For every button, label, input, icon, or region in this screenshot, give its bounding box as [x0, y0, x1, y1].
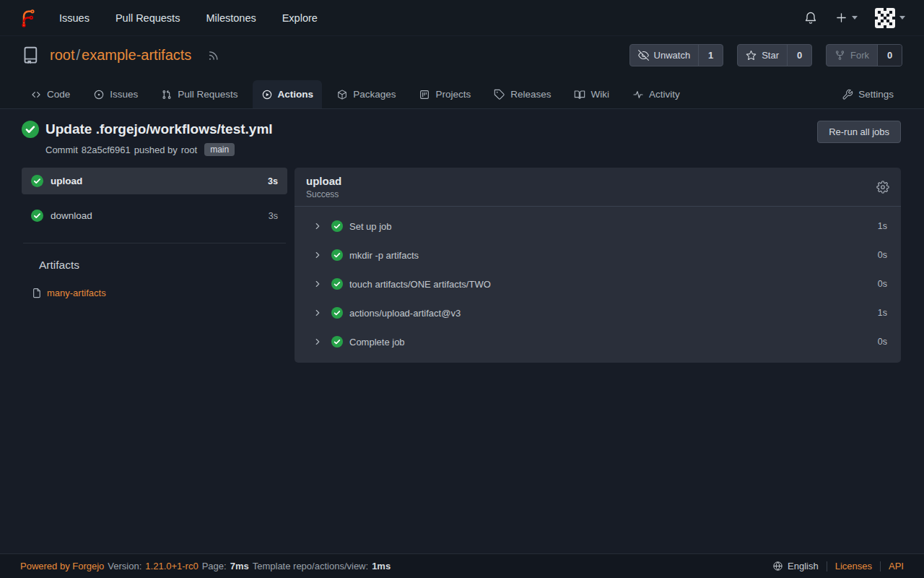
chevron-right-icon — [313, 250, 323, 260]
tab-pull-requests[interactable]: Pull Requests — [152, 80, 246, 108]
tools-icon — [842, 89, 853, 100]
step-row-upload-artifact[interactable]: actions/upload-artifact@v3 1s — [295, 298, 901, 327]
step-duration: 1s — [878, 221, 887, 231]
tab-code[interactable]: Code — [22, 80, 79, 108]
repo-title: root/example-artifacts — [22, 46, 219, 65]
repo-name-link[interactable]: example-artifacts — [82, 47, 191, 63]
commit-author-link[interactable]: root — [181, 144, 197, 155]
check-circle-icon — [31, 175, 43, 187]
step-row-complete[interactable]: Complete job 0s — [295, 327, 901, 356]
step-duration: 0s — [878, 337, 887, 347]
step-row-setup[interactable]: Set up job 1s — [295, 212, 901, 241]
issue-circle-dot-icon — [93, 89, 105, 100]
artifact-link-many-artifacts[interactable]: many-artifacts — [32, 288, 287, 298]
book-open-icon — [574, 89, 585, 100]
path-separator: / — [76, 47, 80, 63]
job-duration: 3s — [269, 211, 278, 221]
repo-action-buttons: Unwatch 1 Star 0 Fork 0 — [629, 44, 902, 66]
nav-issues[interactable]: Issues — [59, 12, 90, 24]
user-menu[interactable] — [875, 8, 905, 28]
stars-count[interactable]: 0 — [787, 45, 811, 66]
step-row-touch[interactable]: touch artifacts/ONE artifacts/TWO 0s — [295, 269, 901, 298]
fork-icon — [834, 50, 845, 61]
footer-meta: Powered by Forgejo Version: 1.21.0+1-rc0… — [20, 561, 391, 571]
tab-projects[interactable]: Projects — [410, 80, 479, 108]
api-link[interactable]: API — [889, 561, 904, 571]
branch-badge[interactable]: main — [204, 143, 235, 156]
tab-issues[interactable]: Issues — [84, 80, 147, 108]
check-circle-icon — [331, 278, 343, 290]
job-duration: 3s — [268, 176, 278, 186]
jobs-sidebar: upload 3s download 3s Artifacts many-art… — [22, 168, 287, 298]
actions-run-view: Update .forgejo/workflows/test.yml Commi… — [0, 109, 924, 553]
repo-book-icon — [22, 46, 41, 65]
divider — [827, 561, 827, 571]
sidebar-divider — [23, 243, 286, 243]
chevron-right-icon — [313, 221, 323, 231]
licenses-link[interactable]: Licenses — [835, 561, 872, 571]
tab-actions[interactable]: Actions — [253, 80, 323, 108]
chevron-right-icon — [313, 279, 323, 289]
bell-icon[interactable] — [803, 11, 818, 25]
artifacts-heading: Artifacts — [39, 259, 287, 272]
commit-label: Commit — [45, 144, 78, 155]
rss-icon[interactable] — [207, 49, 219, 61]
project-board-icon — [419, 89, 430, 100]
version-label: Version: — [108, 561, 141, 571]
check-circle-icon — [22, 121, 39, 138]
play-circle-icon — [261, 89, 273, 100]
watchers-count[interactable]: 1 — [698, 45, 723, 66]
step-duration: 1s — [878, 308, 887, 318]
repo-owner-link[interactable]: root — [50, 47, 74, 63]
pushed-by-label: pushed by — [134, 144, 178, 155]
star-button[interactable]: Star 0 — [737, 44, 812, 66]
commit-line: Commit 82a5cf6961 pushed by root main — [45, 143, 273, 156]
tab-packages[interactable]: Packages — [328, 80, 404, 108]
template-time-label: Template repo/actions/view: — [253, 561, 368, 571]
run-title: Update .forgejo/workflows/test.yml — [45, 121, 273, 137]
unwatch-button[interactable]: Unwatch 1 — [629, 44, 724, 66]
tab-settings[interactable]: Settings — [833, 80, 902, 108]
step-row-mkdir[interactable]: mkdir -p artifacts 0s — [295, 241, 901, 269]
avatar — [875, 8, 895, 28]
nav-explore[interactable]: Explore — [282, 12, 318, 24]
tab-activity[interactable]: Activity — [624, 80, 689, 108]
powered-by-link[interactable]: Powered by Forgejo — [20, 561, 104, 571]
check-circle-icon — [331, 336, 343, 348]
job-row-download[interactable]: download 3s — [22, 202, 287, 229]
star-icon — [746, 50, 757, 61]
rerun-all-jobs-button[interactable]: Re-run all jobs — [817, 121, 901, 143]
activity-pulse-icon — [632, 89, 644, 100]
check-circle-icon — [31, 210, 43, 222]
nav-milestones[interactable]: Milestones — [206, 12, 256, 24]
steps-list: Set up job 1s mkdir -p artifacts 0s touc… — [295, 207, 901, 363]
plus-icon — [835, 12, 847, 24]
commit-sha-link[interactable]: 82a5cf6961 — [82, 144, 131, 155]
step-duration: 0s — [878, 250, 887, 260]
gear-icon[interactable] — [876, 181, 889, 194]
language-selector[interactable]: English — [772, 561, 819, 571]
tab-releases[interactable]: Releases — [485, 80, 559, 108]
check-circle-icon — [331, 249, 343, 261]
fork-button[interactable]: Fork 0 — [826, 44, 902, 66]
pull-request-icon — [161, 89, 173, 100]
divider — [880, 561, 881, 571]
chevron-right-icon — [313, 308, 323, 318]
repo-header: root/example-artifacts Unwatch 1 — [0, 36, 924, 76]
version-link[interactable]: 1.21.0+1-rc0 — [145, 561, 198, 571]
chevron-down-icon — [899, 16, 905, 20]
chevron-right-icon — [313, 337, 323, 347]
forgejo-logo-icon[interactable] — [19, 9, 38, 27]
nav-pull-requests[interactable]: Pull Requests — [116, 12, 180, 24]
chevron-down-icon — [852, 16, 858, 20]
tab-wiki[interactable]: Wiki — [565, 80, 618, 108]
footer: Powered by Forgejo Version: 1.21.0+1-rc0… — [0, 553, 924, 578]
code-icon — [30, 89, 42, 100]
page-time-value: 7ms — [230, 561, 249, 571]
globe-icon — [772, 561, 783, 571]
job-row-upload[interactable]: upload 3s — [22, 168, 287, 194]
forks-count[interactable]: 0 — [877, 45, 902, 66]
create-new-menu[interactable] — [835, 12, 858, 24]
navbar-right — [803, 8, 905, 28]
footer-links: English Licenses API — [772, 561, 904, 571]
